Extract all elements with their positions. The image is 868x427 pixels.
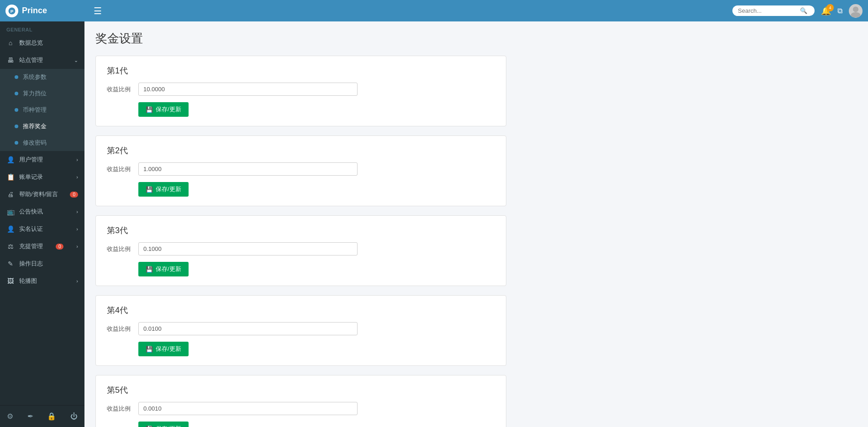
power-icon: ⏻ bbox=[70, 412, 78, 420]
field-label-gen5: 收益比例 bbox=[107, 405, 132, 413]
chevron-right-icon: › bbox=[76, 226, 78, 232]
generation-title-gen5: 第5代 bbox=[107, 385, 495, 396]
sidebar-item-help[interactable]: 🖨 帮助/资料/留言 0 bbox=[0, 186, 84, 203]
save-icon-gen3: 💾 bbox=[146, 266, 153, 273]
save-icon-gen1: 💾 bbox=[146, 106, 153, 113]
sidebar-item-carousel[interactable]: 🖼 轮播图 › bbox=[0, 272, 84, 290]
save-label-gen1: 保存/更新 bbox=[156, 105, 181, 114]
sidebar-item-recharge[interactable]: ⚖ 充提管理 0 › bbox=[0, 238, 84, 255]
oplog-icon: ✎ bbox=[6, 260, 15, 267]
sidebar: GENERAL ⌂ 数据总览 🖶 站点管理 ⌄ 系统参数 算力挡位 币种管理 bbox=[0, 21, 84, 427]
svg-point-2 bbox=[853, 6, 858, 12]
field-row-gen1: 收益比例 bbox=[107, 83, 495, 96]
sidebar-item-announcements[interactable]: 📺 公告快讯 › bbox=[0, 203, 84, 220]
gear-icon: ⚙ bbox=[7, 412, 13, 420]
sidebar-item-help-label: 帮助/资料/留言 bbox=[19, 190, 58, 198]
main-content: 奖金设置 第1代 收益比例 💾 保存/更新 第2代 收益比例 bbox=[84, 21, 868, 427]
sidebar-item-change-pwd-label: 修改密码 bbox=[23, 139, 47, 147]
announcement-icon: 📺 bbox=[6, 208, 15, 215]
sidebar-item-site-mgmt[interactable]: 🖶 站点管理 ⌄ bbox=[0, 52, 84, 69]
field-input-gen3[interactable] bbox=[138, 242, 358, 255]
tools-button[interactable]: ✒ bbox=[24, 410, 37, 422]
save-button-gen4[interactable]: 💾 保存/更新 bbox=[138, 342, 189, 356]
save-btn-wrapper-gen1: 💾 保存/更新 bbox=[107, 102, 495, 117]
sidebar-item-orders-label: 账单记录 bbox=[19, 173, 43, 181]
dot-icon bbox=[15, 92, 18, 95]
sidebar-item-sys-params[interactable]: 系统参数 bbox=[0, 69, 84, 85]
sidebar-item-orders[interactable]: 📋 账单记录 › bbox=[0, 168, 84, 186]
chevron-right-icon: › bbox=[76, 209, 78, 214]
generation-block-gen3: 第3代 收益比例 💾 保存/更新 bbox=[95, 215, 506, 286]
field-input-gen5[interactable] bbox=[138, 402, 358, 415]
sidebar-item-hashrate[interactable]: 算力挡位 bbox=[0, 85, 84, 102]
settings-button[interactable]: ⚙ bbox=[3, 410, 17, 422]
save-icon-gen4: 💾 bbox=[146, 346, 153, 353]
save-button-gen1[interactable]: 💾 保存/更新 bbox=[138, 102, 189, 117]
search-box: 🔍 bbox=[732, 5, 815, 16]
chevron-right-icon: › bbox=[76, 157, 78, 162]
sidebar-item-user-mgmt-label: 用户管理 bbox=[19, 156, 43, 164]
sidebar-item-recharge-label: 充提管理 bbox=[19, 242, 43, 250]
search-input[interactable] bbox=[738, 7, 797, 14]
expand-icon: ⧉ bbox=[837, 7, 842, 15]
save-btn-wrapper-gen5: 💾 保存/更新 bbox=[107, 422, 495, 427]
sidebar-item-user-mgmt[interactable]: 👤 用户管理 › bbox=[0, 151, 84, 168]
sidebar-item-change-pwd[interactable]: 修改密码 bbox=[0, 135, 84, 151]
sidebar-item-oplog-label: 操作日志 bbox=[19, 260, 43, 268]
field-input-gen2[interactable] bbox=[138, 162, 358, 176]
chevron-right-icon: › bbox=[76, 278, 78, 284]
svg-point-3 bbox=[851, 12, 861, 17]
save-icon-gen2: 💾 bbox=[146, 186, 153, 193]
save-label-gen2: 保存/更新 bbox=[156, 185, 181, 193]
field-row-gen4: 收益比例 bbox=[107, 322, 495, 335]
field-row-gen2: 收益比例 bbox=[107, 162, 495, 176]
top-header: P Prince ☰ 🔍 🔔 4 ⧉ bbox=[0, 0, 868, 21]
svg-text:P: P bbox=[11, 8, 14, 13]
generation-block-gen5: 第5代 收益比例 💾 保存/更新 bbox=[95, 375, 506, 427]
hamburger-icon: ☰ bbox=[94, 6, 102, 16]
save-label-gen4: 保存/更新 bbox=[156, 345, 181, 353]
user-icon: 👤 bbox=[6, 156, 15, 163]
sidebar-item-currency[interactable]: 币种管理 bbox=[0, 102, 84, 118]
recharge-badge: 0 bbox=[56, 244, 64, 250]
chevron-right-icon: › bbox=[76, 174, 78, 180]
generations-container: 第1代 收益比例 💾 保存/更新 第2代 收益比例 💾 保存/更新 bbox=[95, 56, 857, 427]
generation-block-gen1: 第1代 收益比例 💾 保存/更新 bbox=[95, 56, 506, 126]
dot-icon bbox=[15, 75, 18, 79]
save-button-gen3[interactable]: 💾 保存/更新 bbox=[138, 262, 189, 276]
save-btn-wrapper-gen4: 💾 保存/更新 bbox=[107, 342, 495, 356]
generation-title-gen3: 第3代 bbox=[107, 225, 495, 236]
monitor-icon: 🖶 bbox=[6, 57, 15, 64]
notification-button[interactable]: 🔔 4 bbox=[821, 6, 831, 16]
sidebar-item-dashboard[interactable]: ⌂ 数据总览 bbox=[0, 34, 84, 52]
save-button-gen5[interactable]: 💾 保存/更新 bbox=[138, 422, 189, 427]
sidebar-item-referral-bonus[interactable]: 推荐奖金 bbox=[0, 118, 84, 135]
chevron-down-icon: ⌄ bbox=[74, 57, 78, 63]
field-input-gen4[interactable] bbox=[138, 322, 358, 335]
realname-icon: 👤 bbox=[6, 225, 15, 233]
field-input-gen1[interactable] bbox=[138, 83, 358, 96]
sidebar-item-carousel-label: 轮播图 bbox=[19, 277, 37, 285]
header-icons: 🔔 4 ⧉ bbox=[821, 4, 863, 18]
field-label-gen1: 收益比例 bbox=[107, 85, 132, 94]
lock-button[interactable]: 🔒 bbox=[43, 410, 60, 422]
field-label-gen3: 收益比例 bbox=[107, 245, 132, 253]
sidebar-item-site-mgmt-label: 站点管理 bbox=[19, 56, 43, 64]
layout: GENERAL ⌂ 数据总览 🖶 站点管理 ⌄ 系统参数 算力挡位 币种管理 bbox=[0, 21, 868, 427]
hamburger-button[interactable]: ☰ bbox=[90, 4, 105, 18]
chevron-right-icon: › bbox=[76, 244, 78, 249]
field-label-gen2: 收益比例 bbox=[107, 165, 132, 173]
logo-icon: P bbox=[5, 5, 18, 17]
sidebar-submenu-site-mgmt: 系统参数 算力挡位 币种管理 推荐奖金 修改密码 bbox=[0, 69, 84, 151]
power-button[interactable]: ⏻ bbox=[67, 411, 81, 422]
orders-icon: 📋 bbox=[6, 173, 15, 181]
save-button-gen2[interactable]: 💾 保存/更新 bbox=[138, 182, 189, 197]
avatar[interactable] bbox=[849, 4, 863, 18]
sidebar-item-oplog[interactable]: ✎ 操作日志 bbox=[0, 255, 84, 272]
logo-area: P Prince bbox=[5, 5, 90, 17]
sidebar-item-realname[interactable]: 👤 实名认证 › bbox=[0, 220, 84, 238]
expand-button[interactable]: ⧉ bbox=[837, 7, 842, 15]
notification-badge: 4 bbox=[826, 4, 834, 11]
sidebar-item-currency-label: 币种管理 bbox=[23, 106, 47, 114]
save-label-gen3: 保存/更新 bbox=[156, 265, 181, 273]
